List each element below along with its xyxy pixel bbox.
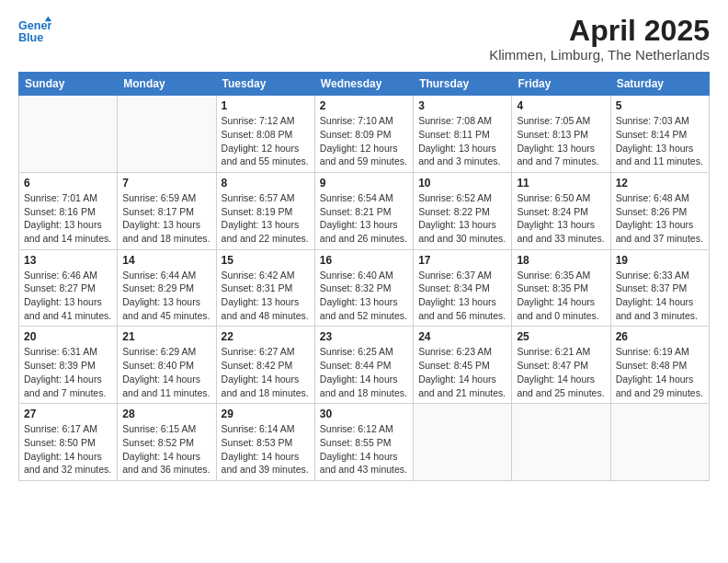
header-wednesday: Wednesday: [314, 73, 413, 96]
calendar-day-cell: 16Sunrise: 6:40 AMSunset: 8:32 PMDayligh…: [314, 249, 413, 327]
calendar-day-cell: 9Sunrise: 6:54 AMSunset: 8:21 PMDaylight…: [314, 172, 413, 249]
calendar-day-cell: [19, 96, 118, 173]
day-number: 21: [122, 330, 210, 343]
logo: General Blue: [18, 15, 51, 48]
header-friday: Friday: [512, 73, 610, 96]
day-info: Sunrise: 6:35 AMSunset: 8:35 PMDaylight:…: [517, 269, 605, 323]
day-number: 3: [418, 99, 506, 112]
day-info: Sunrise: 7:10 AMSunset: 8:09 PMDaylight:…: [320, 114, 408, 168]
calendar-day-cell: 10Sunrise: 6:52 AMSunset: 8:22 PMDayligh…: [414, 172, 512, 249]
day-info: Sunrise: 6:54 AMSunset: 8:21 PMDaylight:…: [320, 191, 408, 246]
day-info: Sunrise: 6:50 AMSunset: 8:24 PMDaylight:…: [517, 191, 605, 246]
calendar-day-cell: 13Sunrise: 6:46 AMSunset: 8:27 PMDayligh…: [19, 249, 118, 327]
calendar-day-cell: [118, 96, 216, 173]
day-info: Sunrise: 6:31 AMSunset: 8:39 PMDaylight:…: [24, 345, 112, 399]
calendar-day-cell: 19Sunrise: 6:33 AMSunset: 8:37 PMDayligh…: [610, 249, 709, 327]
calendar-day-cell: 4Sunrise: 7:05 AMSunset: 8:13 PMDaylight…: [512, 96, 610, 173]
calendar-day-cell: 29Sunrise: 6:14 AMSunset: 8:53 PMDayligh…: [216, 404, 314, 481]
calendar-day-cell: 20Sunrise: 6:31 AMSunset: 8:39 PMDayligh…: [19, 327, 118, 404]
day-info: Sunrise: 7:03 AMSunset: 8:14 PMDaylight:…: [616, 114, 704, 168]
header-monday: Monday: [118, 73, 216, 96]
calendar-day-cell: 12Sunrise: 6:48 AMSunset: 8:26 PMDayligh…: [610, 172, 709, 249]
title-block: April 2025 Klimmen, Limburg, The Netherl…: [489, 15, 710, 63]
day-number: 26: [616, 330, 704, 343]
day-number: 16: [320, 254, 408, 267]
header: General Blue April 2025 Klimmen, Limburg…: [18, 15, 710, 63]
day-info: Sunrise: 7:01 AMSunset: 8:16 PMDaylight:…: [24, 191, 112, 246]
day-number: 22: [222, 330, 310, 343]
calendar-day-cell: 25Sunrise: 6:21 AMSunset: 8:47 PMDayligh…: [512, 327, 610, 404]
calendar-day-cell: 6Sunrise: 7:01 AMSunset: 8:16 PMDaylight…: [19, 172, 118, 249]
header-thursday: Thursday: [414, 73, 512, 96]
day-number: 29: [222, 408, 310, 420]
calendar-week-row: 13Sunrise: 6:46 AMSunset: 8:27 PMDayligh…: [19, 249, 710, 327]
day-number: 5: [616, 99, 704, 112]
calendar-day-cell: [610, 404, 709, 481]
day-number: 18: [517, 254, 605, 267]
header-saturday: Saturday: [610, 73, 709, 96]
calendar-week-row: 20Sunrise: 6:31 AMSunset: 8:39 PMDayligh…: [19, 327, 710, 404]
day-info: Sunrise: 6:48 AMSunset: 8:26 PMDaylight:…: [616, 191, 704, 246]
calendar-day-cell: 27Sunrise: 6:17 AMSunset: 8:50 PMDayligh…: [19, 404, 118, 481]
day-info: Sunrise: 6:46 AMSunset: 8:27 PMDaylight:…: [24, 269, 112, 323]
calendar-day-cell: 22Sunrise: 6:27 AMSunset: 8:42 PMDayligh…: [216, 327, 314, 404]
calendar-week-row: 6Sunrise: 7:01 AMSunset: 8:16 PMDaylight…: [19, 172, 710, 249]
day-info: Sunrise: 7:08 AMSunset: 8:11 PMDaylight:…: [418, 114, 506, 168]
svg-text:Blue: Blue: [18, 31, 43, 44]
day-info: Sunrise: 6:33 AMSunset: 8:37 PMDaylight:…: [616, 269, 704, 323]
day-number: 4: [517, 99, 605, 112]
day-number: 1: [222, 99, 310, 112]
day-info: Sunrise: 6:57 AMSunset: 8:19 PMDaylight:…: [222, 191, 310, 246]
page: General Blue April 2025 Klimmen, Limburg…: [0, 0, 728, 563]
day-info: Sunrise: 6:15 AMSunset: 8:52 PMDaylight:…: [122, 422, 210, 477]
weekday-header-row: Sunday Monday Tuesday Wednesday Thursday…: [19, 73, 710, 96]
day-info: Sunrise: 6:42 AMSunset: 8:31 PMDaylight:…: [222, 269, 310, 323]
day-info: Sunrise: 6:23 AMSunset: 8:45 PMDaylight:…: [418, 345, 506, 399]
day-number: 7: [122, 177, 210, 190]
day-info: Sunrise: 6:17 AMSunset: 8:50 PMDaylight:…: [24, 422, 112, 477]
day-info: Sunrise: 6:52 AMSunset: 8:22 PMDaylight:…: [418, 191, 506, 246]
calendar-day-cell: 3Sunrise: 7:08 AMSunset: 8:11 PMDaylight…: [414, 96, 512, 173]
day-number: 12: [616, 177, 704, 190]
calendar-day-cell: 5Sunrise: 7:03 AMSunset: 8:14 PMDaylight…: [610, 96, 709, 173]
calendar-day-cell: 11Sunrise: 6:50 AMSunset: 8:24 PMDayligh…: [512, 172, 610, 249]
day-info: Sunrise: 6:37 AMSunset: 8:34 PMDaylight:…: [418, 269, 506, 323]
day-info: Sunrise: 6:27 AMSunset: 8:42 PMDaylight:…: [222, 345, 310, 399]
day-number: 15: [222, 254, 310, 267]
day-info: Sunrise: 6:40 AMSunset: 8:32 PMDaylight:…: [320, 269, 408, 323]
calendar-day-cell: 28Sunrise: 6:15 AMSunset: 8:52 PMDayligh…: [118, 404, 216, 481]
day-info: Sunrise: 6:19 AMSunset: 8:48 PMDaylight:…: [616, 345, 704, 399]
calendar-day-cell: 14Sunrise: 6:44 AMSunset: 8:29 PMDayligh…: [118, 249, 216, 327]
logo-icon: General Blue: [18, 15, 51, 48]
calendar-day-cell: 26Sunrise: 6:19 AMSunset: 8:48 PMDayligh…: [610, 327, 709, 404]
day-number: 2: [320, 99, 408, 112]
header-sunday: Sunday: [19, 73, 118, 96]
calendar-day-cell: 17Sunrise: 6:37 AMSunset: 8:34 PMDayligh…: [414, 249, 512, 327]
day-info: Sunrise: 6:14 AMSunset: 8:53 PMDaylight:…: [222, 422, 310, 477]
day-number: 25: [517, 330, 605, 343]
day-info: Sunrise: 6:12 AMSunset: 8:55 PMDaylight:…: [320, 422, 408, 477]
calendar-table: Sunday Monday Tuesday Wednesday Thursday…: [18, 72, 710, 481]
calendar-day-cell: 24Sunrise: 6:23 AMSunset: 8:45 PMDayligh…: [414, 327, 512, 404]
day-number: 11: [517, 177, 605, 190]
day-number: 27: [24, 408, 112, 420]
calendar-day-cell: 1Sunrise: 7:12 AMSunset: 8:08 PMDaylight…: [216, 96, 314, 173]
day-info: Sunrise: 6:29 AMSunset: 8:40 PMDaylight:…: [122, 345, 210, 399]
calendar-day-cell: 2Sunrise: 7:10 AMSunset: 8:09 PMDaylight…: [314, 96, 413, 173]
day-number: 24: [418, 330, 506, 343]
calendar-day-cell: 21Sunrise: 6:29 AMSunset: 8:40 PMDayligh…: [118, 327, 216, 404]
day-number: 23: [320, 330, 408, 343]
day-number: 17: [418, 254, 506, 267]
day-number: 10: [418, 177, 506, 190]
day-info: Sunrise: 6:59 AMSunset: 8:17 PMDaylight:…: [122, 191, 210, 246]
day-info: Sunrise: 6:25 AMSunset: 8:44 PMDaylight:…: [320, 345, 408, 399]
day-number: 6: [24, 177, 112, 190]
day-number: 30: [320, 408, 408, 420]
day-number: 28: [122, 408, 210, 420]
calendar-day-cell: 30Sunrise: 6:12 AMSunset: 8:55 PMDayligh…: [314, 404, 413, 481]
calendar-day-cell: 8Sunrise: 6:57 AMSunset: 8:19 PMDaylight…: [216, 172, 314, 249]
day-info: Sunrise: 7:12 AMSunset: 8:08 PMDaylight:…: [222, 114, 310, 168]
day-info: Sunrise: 7:05 AMSunset: 8:13 PMDaylight:…: [517, 114, 605, 168]
day-number: 19: [616, 254, 704, 267]
day-number: 13: [24, 254, 112, 267]
